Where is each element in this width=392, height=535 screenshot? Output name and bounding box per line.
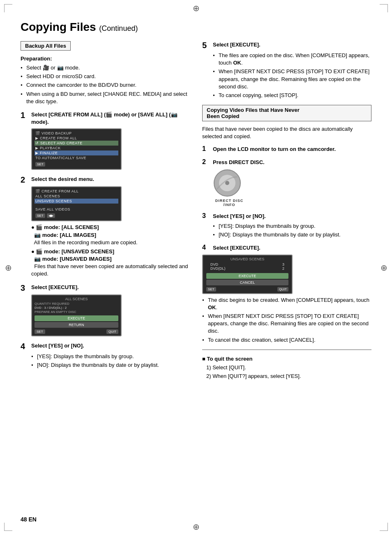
section-box-backup: Backup All Files (21, 41, 71, 51)
direct-disc-img: DIRECT DISC/INFO (213, 169, 371, 207)
dvddl-count: 2 (282, 266, 284, 271)
dvddl-label: DVD(DL) (210, 266, 226, 271)
section-box-line2: Been Copied (207, 113, 239, 119)
step-2r-header: 2 Press DIRECT DISC. (202, 159, 371, 166)
mode-bullet-1: ● 🎬 mode: [ALL SCENES] 📷 mode: [ALL IMAG… (31, 224, 190, 246)
step-4r-header: 4 Select [EXECUTE]. (202, 244, 371, 252)
screen-row (35, 204, 118, 207)
step-5-text: Select [EXECUTE]. (213, 41, 261, 49)
cancel-btn-4r: CANCEL (206, 280, 288, 285)
mode-bullet-2: ● 🎬 mode: [UNSAVED SCENES] 📷 mode: [UNSA… (31, 248, 190, 278)
quit-item-2: 2) When [QUIT?] appears, select [YES]. (206, 372, 371, 381)
video-icon: 🎬 (35, 131, 40, 135)
screen-info-3: PREPARE AN EMPTY DISC (35, 310, 118, 314)
step-4-num: 4 (21, 342, 29, 350)
screen-row: ▶ PLAYBACK (35, 146, 118, 151)
step-3r-text: Select [YES] or [NO]. (213, 213, 266, 220)
screen-3: ALL SCENES QUANTITY REQUIRED DVD : 3 / D… (31, 294, 122, 336)
step-2-right: 2 Press DIRECT DISC. DIRECT DI (202, 159, 371, 207)
create-icon: ▶ (35, 136, 38, 140)
screen-1: 🎬 VIDEO BACKUP ▶ CREATE FROM ALL ↺ SELEC… (31, 128, 122, 170)
title-main: Copying Files (21, 21, 96, 33)
quit-item-1: 1) Select [QUIT]. (206, 364, 371, 372)
screen-4r: UNSAVED SCENES DVD3 DVD(DL)2 EXECUTE CAN… (202, 255, 293, 294)
bullet-4r-1: The disc begins to be created. When [COM… (202, 296, 371, 311)
execute-btn-screen: EXECUTE (35, 315, 118, 321)
quit-section: ■ To quit the screen 1) Select [QUIT]. 2… (202, 356, 371, 381)
playback-icon: ▶ (35, 146, 38, 150)
step-1-header: 1 Select [CREATE FROM ALL] (🎬 mode) or [… (21, 111, 190, 126)
step-4r-text: Select [EXECUTE]. (213, 244, 261, 252)
screen-label: SELECT AND CREATE (40, 141, 83, 145)
left-column: Backup All Files Preparation: Select 🎥 o… (21, 41, 190, 380)
step-5-right: 5 Select [EXECUTE]. The files are copied… (202, 41, 371, 99)
screen-row-finalize: ▶ FINALIZE (35, 151, 118, 155)
screen-row: SAVE ALL VIDEOS (35, 207, 118, 212)
bullet-4r-2: When [INSERT NEXT DISC PRESS [STOP] TO E… (202, 313, 371, 335)
bullet-5-3: To cancel copying, select [STOP]. (213, 92, 371, 99)
step-1-num: 1 (21, 111, 29, 119)
step-2-left: 2 Select the desired menu. 🎬 CREATE FROM… (21, 176, 190, 278)
step-1-text: Select [CREATE FROM ALL] (🎬 mode) or [SA… (31, 111, 190, 126)
prep-bullet-3: Connect the camcorder to the BD/DVD burn… (21, 81, 190, 89)
page-number: 48 EN (21, 516, 37, 523)
step-3r-header: 3 Select [YES] or [NO]. (202, 213, 371, 220)
step-3-header: 3 Select [EXECUTE]. (21, 284, 190, 292)
page-num-suffix: EN (27, 516, 37, 523)
screen-bottom: SET (35, 161, 118, 167)
finalize-icon: ▶ (35, 151, 38, 155)
step-1r-text: Open the LCD monitor to turn on the camc… (213, 146, 336, 153)
section-box-label: Backup All Files (25, 43, 66, 49)
dvd-count: 3 (282, 262, 284, 266)
set-btn: SET (35, 162, 45, 167)
step-4-text: Select [YES] or [NO]. (31, 342, 84, 350)
step-2r-text: Press DIRECT DISC. (213, 159, 265, 166)
screen-label: CREATE FROM ALL (42, 189, 78, 193)
screen-label: CREATE FROM ALL (40, 136, 77, 140)
return-btn-screen: RETURN (35, 322, 118, 328)
set-btn: SET (35, 329, 45, 334)
section-box-copy: Copying Video Files that Have Never Been… (202, 105, 371, 121)
step-3-text: Select [EXECUTE]. (31, 284, 79, 291)
bullet-yes: [YES]: Displays the thumbnails by group. (31, 353, 190, 360)
page-num-text: 48 (21, 516, 27, 523)
screen-bottom: SET ◀▶ (35, 213, 118, 219)
screen-dvddl-row: DVD(DL)2 (206, 266, 288, 271)
prep-title: Preparation: (21, 56, 190, 62)
select-icon: ↺ (35, 141, 39, 145)
screen-row: TO AUTOMATICALLY SAVE (35, 155, 118, 160)
screen-row-selected: ↺ SELECT AND CREATE (35, 141, 118, 146)
screen-label: FINALIZE (40, 151, 58, 155)
step-2r-num: 2 (202, 159, 210, 165)
prep-bullet-list: Select 🎥 or 📷 mode. Select HDD or microS… (21, 64, 190, 105)
step-3-right: 3 Select [YES] or [NO]. [YES]: Displays … (202, 213, 371, 239)
bullet-4r-3: To cancel the disc creation, select [CAN… (202, 336, 371, 344)
copy-intro: Files that have never been copied to the… (202, 125, 371, 140)
disc-label: DIRECT DISC/INFO (213, 199, 246, 207)
step-1-right: 1 Open the LCD monitor to turn on the ca… (202, 146, 371, 153)
bullet-no: [NO]: Displays the thumbnails by date or… (31, 361, 190, 369)
screen-2: 🎬 CREATE FROM ALL ALL SCENES UNSAVED SCE… (31, 186, 122, 221)
bullet-5-1: The files are copied on the disc. When [… (213, 52, 371, 67)
step-2-header: 2 Select the desired menu. (21, 176, 190, 184)
bullet-3r-yes: [YES]: Displays the thumbnails by group. (213, 222, 371, 230)
disc-graphic (213, 169, 242, 197)
step-5-num: 5 (202, 41, 210, 49)
step-1-left: 1 Select [CREATE FROM ALL] (🎬 mode) or [… (21, 111, 190, 170)
screen-4r-bottom: SET QUIT (206, 287, 288, 292)
step-5-bullets: The files are copied on the disc. When [… (213, 52, 371, 99)
step-2-text: Select the desired menu. (31, 176, 94, 183)
screen-info-1: QUANTITY REQUIRED (35, 302, 118, 306)
execute-btn-4r: EXECUTE (206, 273, 288, 279)
screen-row: ALL SCENES (35, 194, 118, 199)
preparation-section: Preparation: Select 🎥 or 📷 mode. Select … (21, 56, 190, 105)
bullet-5-2: When [INSERT NEXT DISC PRESS [STOP] TO E… (213, 68, 371, 90)
step-4-bullets: [YES]: Displays the thumbnails by group.… (31, 353, 190, 369)
screen-btn-row: SET QUIT (35, 329, 118, 334)
screen-row: 🎬 VIDEO BACKUP (35, 131, 118, 136)
set-btn: SET (35, 213, 45, 218)
step-1r-header: 1 Open the LCD monitor to turn on the ca… (202, 146, 371, 153)
screen-title: ALL SCENES (35, 297, 118, 301)
screen-row-unsaved: UNSAVED SCENES (35, 199, 118, 204)
screen-row: 🎬 CREATE FROM ALL (35, 189, 118, 194)
